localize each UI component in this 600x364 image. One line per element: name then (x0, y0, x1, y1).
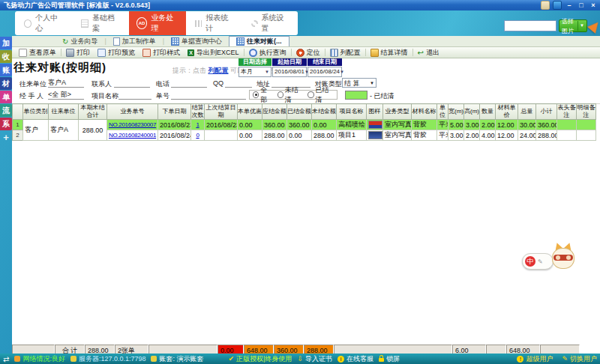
phone-field[interactable] (171, 79, 207, 88)
column-header[interactable] (13, 104, 23, 120)
close-button[interactable]: × (589, 1, 598, 10)
sidetab-order[interactable]: 单 (0, 91, 12, 103)
column-header[interactable]: 业务类型 (383, 104, 412, 120)
sidetab-receive[interactable]: 收 (0, 50, 12, 63)
nav-system-settings[interactable]: 系统设置 (242, 11, 298, 35)
image-search-input[interactable] (504, 20, 556, 31)
main-nav: 个人中心 基础档案 AD 业务处理 报表统计 系统设置 (15, 11, 298, 35)
recon-type-select[interactable]: 结 算▼ (342, 78, 376, 88)
online-service-button[interactable]: i在线客服 (338, 354, 374, 364)
nav-base-archives[interactable]: 基础档案 (72, 11, 129, 35)
radio-unsettled[interactable]: 未结清 (278, 85, 304, 105)
sample-image[interactable] (368, 121, 382, 129)
column-header[interactable]: 单位 (437, 104, 448, 120)
sidetab-plus[interactable]: + (0, 131, 12, 144)
print-button[interactable]: 打印 (62, 47, 94, 58)
swap-icon[interactable]: ⇄ (3, 355, 9, 363)
column-header[interactable]: 图样 (367, 104, 383, 120)
pick-image-caret-icon[interactable]: ▼ (578, 21, 584, 31)
ime-chinese-icon[interactable]: 中 (525, 256, 536, 267)
column-config-link[interactable]: 列配置 (208, 67, 229, 74)
tab-reconciliation[interactable]: 往来对账(... (229, 36, 290, 46)
column-header[interactable]: 业务单号 (107, 104, 158, 120)
title-bar: 飞扬动力广告公司管理软件 [标准版 - V2.6.0.543] – □ × (0, 0, 600, 10)
column-header[interactable]: 小计 (536, 104, 557, 120)
column-header[interactable]: 已结金额 (287, 104, 312, 120)
column-header[interactable]: 数量 (480, 104, 496, 120)
sidetab-flow[interactable]: 流 (0, 104, 12, 117)
sample-image[interactable] (368, 131, 382, 139)
column-header[interactable]: 材料名称 (412, 104, 437, 120)
tray-doc-icon[interactable] (541, 1, 550, 10)
table-cell[interactable]: 1 (191, 120, 205, 130)
radio-settled[interactable]: 已结清 (308, 85, 334, 105)
column-header[interactable]: 未结金额 (312, 104, 337, 120)
order-no-field[interactable] (171, 91, 246, 100)
settle-detail-button[interactable]: 结算详情 (367, 47, 412, 58)
nav-business-processing[interactable]: AD 业务处理 (129, 11, 186, 35)
nav-report-statistics[interactable]: 报表统计 (186, 11, 242, 35)
ime-pen-icon[interactable]: ✎ (538, 258, 543, 265)
tab-processing-order[interactable]: 加工制作单 (106, 37, 163, 46)
sidetab-system[interactable]: 系 (0, 118, 12, 130)
account-icon (151, 356, 157, 362)
end-date-select[interactable]: 2016/08/24▼ (308, 67, 342, 77)
view-original-button[interactable]: 查看原单 (15, 47, 60, 58)
locate-button[interactable]: 定位 (292, 47, 324, 58)
column-header[interactable]: 本单优惠 (238, 104, 262, 120)
column-header[interactable]: 往来单位 (49, 104, 79, 120)
column-header[interactable]: 本期未结合计 (79, 104, 107, 120)
exit-button[interactable]: ↩退出 (414, 47, 443, 58)
column-header[interactable]: 表头备注 (557, 104, 577, 120)
tab-business-wizard[interactable]: ↻ 业务向导 (56, 37, 104, 46)
table-cell: 288.00 (262, 130, 287, 141)
column-header[interactable]: 总量 (518, 104, 536, 120)
switch-user-button[interactable]: ✎切换用户 (562, 354, 597, 364)
contact-field[interactable] (114, 79, 150, 88)
export-excel-button[interactable]: 导出到EXCEL (184, 47, 243, 58)
column-config-button[interactable]: 列配置 (326, 47, 364, 58)
column-header[interactable]: 项目名称 (337, 104, 367, 120)
project-label: 项目名称 (92, 91, 118, 101)
date-mode-select[interactable]: 本月▼ (238, 67, 272, 77)
import-cert-button[interactable]: ⇩导入证书 (297, 354, 332, 364)
project-field[interactable] (118, 91, 152, 100)
column-header[interactable]: 结算次数 (191, 104, 205, 120)
page-body: 往来对账(按明细) 提示：点击 列配置 可以隐藏不需要的列 日期选择 起始日期 … (12, 58, 600, 354)
pick-image-button[interactable]: 选择图片 ▼ (559, 19, 587, 32)
column-header[interactable]: 上次结算日期 (205, 104, 238, 120)
minimize-button[interactable]: – (565, 1, 574, 10)
print-preview-button[interactable]: 打印预览 (94, 47, 139, 58)
sidetab-add[interactable]: 加 (0, 37, 12, 49)
sidetab-account[interactable]: 账 (0, 64, 12, 76)
column-header[interactable]: 高(m) (464, 104, 480, 120)
column-header[interactable]: 应结金额 (262, 104, 287, 120)
column-header[interactable]: 下单日期 (158, 104, 191, 120)
radio-all[interactable]: 全部 (253, 85, 273, 105)
ime-bar[interactable]: 中 ✎ (522, 253, 554, 270)
unit-field[interactable]: 客户A (48, 79, 84, 88)
tab-doc-query-center[interactable]: 单据查询中心 (164, 37, 229, 46)
handler-field[interactable]: <全 部> (48, 91, 84, 100)
table-cell[interactable]: NO.201608230007 (107, 120, 158, 130)
app-window: { "window": { "title": "飞扬动力广告公司管理软件 [标准… (0, 0, 600, 364)
maximize-button[interactable]: □ (577, 1, 586, 10)
sidetab-material[interactable]: 材 (0, 77, 12, 90)
table-cell[interactable]: NO.201608240001 (107, 130, 158, 141)
run-query-button[interactable]: 执行查询 (245, 47, 290, 58)
column-header[interactable]: 宽(m) (448, 104, 464, 120)
column-header[interactable]: 明细备注 (577, 104, 596, 120)
table-cell[interactable]: 0 (191, 130, 205, 141)
lock-screen-button[interactable]: 锁屏 (379, 354, 400, 364)
remote-support-icon[interactable] (553, 1, 562, 10)
table-cell: 0.00 (238, 120, 262, 130)
table-cell: 客户 (23, 120, 49, 141)
column-header[interactable]: 单位类别 (23, 104, 49, 120)
radio-dot (278, 91, 284, 98)
start-date-select[interactable]: 2016/08/01▼ (272, 67, 307, 77)
current-user[interactable]: !超级用户 (517, 354, 553, 364)
nav-personal-center[interactable]: 个人中心 (15, 11, 72, 35)
column-header[interactable]: 材料单价 (496, 104, 518, 120)
print-style-button[interactable]: 打印样式 (139, 47, 184, 58)
qq-field[interactable] (225, 79, 252, 88)
